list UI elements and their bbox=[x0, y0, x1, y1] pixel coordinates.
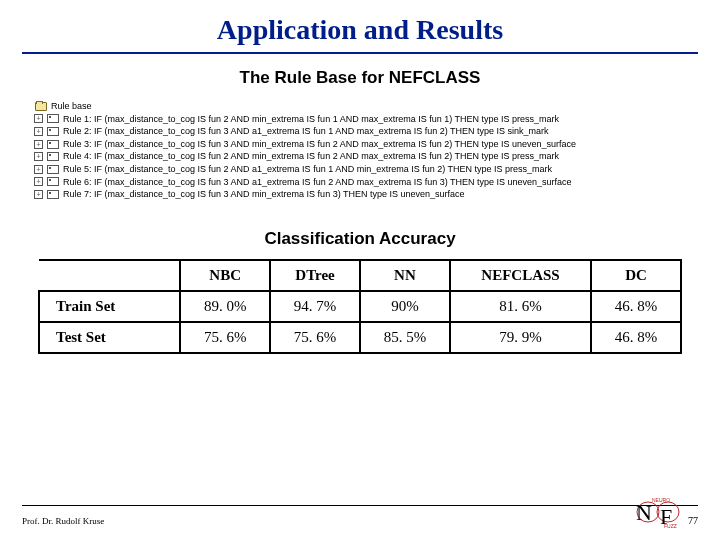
card-icon bbox=[47, 140, 59, 149]
rule-tree: Rule base + Rule 1: IF (max_distance_to_… bbox=[22, 98, 698, 207]
table-corner bbox=[39, 260, 180, 291]
cell: 81. 6% bbox=[450, 291, 591, 322]
rule-text: Rule 6: IF (max_distance_to_cog IS fun 3… bbox=[63, 176, 572, 189]
table-row: Train Set 89. 0% 94. 7% 90% 81. 6% 46. 8… bbox=[39, 291, 681, 322]
cell: 94. 7% bbox=[270, 291, 360, 322]
col-header: DC bbox=[591, 260, 681, 291]
cell: 90% bbox=[360, 291, 450, 322]
rule-text: Rule 7: IF (max_distance_to_cog IS fun 3… bbox=[63, 188, 465, 201]
cell: 46. 8% bbox=[591, 291, 681, 322]
page-title: Application and Results bbox=[22, 14, 698, 46]
rule-tree-item[interactable]: + Rule 7: IF (max_distance_to_cog IS fun… bbox=[22, 188, 698, 201]
col-header: NEFCLASS bbox=[450, 260, 591, 291]
section-heading-accuracy: Classification Accuracy bbox=[22, 229, 698, 249]
folder-icon bbox=[35, 102, 47, 111]
svg-text:NEURO: NEURO bbox=[652, 497, 670, 503]
table-header-row: NBC DTree NN NEFCLASS DC bbox=[39, 260, 681, 291]
col-header: NN bbox=[360, 260, 450, 291]
row-header: Train Set bbox=[39, 291, 180, 322]
card-icon bbox=[47, 127, 59, 136]
rule-text: Rule 4: IF (max_distance_to_cog IS fun 2… bbox=[63, 150, 559, 163]
rule-tree-item[interactable]: + Rule 2: IF (max_distance_to_cog IS fun… bbox=[22, 125, 698, 138]
card-icon bbox=[47, 114, 59, 123]
svg-text:FUZZ: FUZZ bbox=[664, 523, 677, 528]
card-icon bbox=[47, 177, 59, 186]
rule-tree-item[interactable]: + Rule 6: IF (max_distance_to_cog IS fun… bbox=[22, 176, 698, 189]
page-number: 77 bbox=[688, 515, 698, 526]
title-underline bbox=[22, 52, 698, 54]
accuracy-table-wrap: NBC DTree NN NEFCLASS DC Train Set 89. 0… bbox=[38, 259, 682, 354]
card-icon bbox=[47, 165, 59, 174]
col-header: NBC bbox=[180, 260, 270, 291]
expand-icon[interactable]: + bbox=[34, 140, 43, 149]
cell: 79. 9% bbox=[450, 322, 591, 353]
neurofuzz-logo-icon: N F NEURO FUZZ bbox=[636, 494, 680, 528]
cell: 75. 6% bbox=[270, 322, 360, 353]
expand-icon[interactable]: + bbox=[34, 177, 43, 186]
expand-icon[interactable]: + bbox=[34, 114, 43, 123]
rule-text: Rule 3: IF (max_distance_to_cog IS fun 3… bbox=[63, 138, 576, 151]
row-header: Test Set bbox=[39, 322, 180, 353]
svg-text:N: N bbox=[636, 500, 652, 525]
card-icon bbox=[47, 152, 59, 161]
table-row: Test Set 75. 6% 75. 6% 85. 5% 79. 9% 46.… bbox=[39, 322, 681, 353]
expand-icon[interactable]: + bbox=[34, 152, 43, 161]
footer-author: Prof. Dr. Rudolf Kruse bbox=[22, 516, 104, 526]
col-header: DTree bbox=[270, 260, 360, 291]
expand-icon[interactable]: + bbox=[34, 165, 43, 174]
rule-text: Rule 1: IF (max_distance_to_cog IS fun 2… bbox=[63, 113, 559, 126]
rule-tree-root[interactable]: Rule base bbox=[22, 100, 698, 113]
rule-text: Rule 5: IF (max_distance_to_cog IS fun 2… bbox=[63, 163, 552, 176]
footer-divider bbox=[22, 505, 698, 506]
cell: 46. 8% bbox=[591, 322, 681, 353]
expand-icon[interactable]: + bbox=[34, 190, 43, 199]
rule-tree-item[interactable]: + Rule 3: IF (max_distance_to_cog IS fun… bbox=[22, 138, 698, 151]
cell: 89. 0% bbox=[180, 291, 270, 322]
expand-icon[interactable]: + bbox=[34, 127, 43, 136]
rule-tree-item[interactable]: + Rule 4: IF (max_distance_to_cog IS fun… bbox=[22, 150, 698, 163]
rule-tree-item[interactable]: + Rule 5: IF (max_distance_to_cog IS fun… bbox=[22, 163, 698, 176]
section-heading-rulebase: The Rule Base for NEFCLASS bbox=[22, 68, 698, 88]
cell: 75. 6% bbox=[180, 322, 270, 353]
cell: 85. 5% bbox=[360, 322, 450, 353]
rule-text: Rule 2: IF (max_distance_to_cog IS fun 3… bbox=[63, 125, 549, 138]
rule-tree-item[interactable]: + Rule 1: IF (max_distance_to_cog IS fun… bbox=[22, 113, 698, 126]
accuracy-table: NBC DTree NN NEFCLASS DC Train Set 89. 0… bbox=[38, 259, 682, 354]
card-icon bbox=[47, 190, 59, 199]
rule-root-label: Rule base bbox=[51, 100, 92, 113]
